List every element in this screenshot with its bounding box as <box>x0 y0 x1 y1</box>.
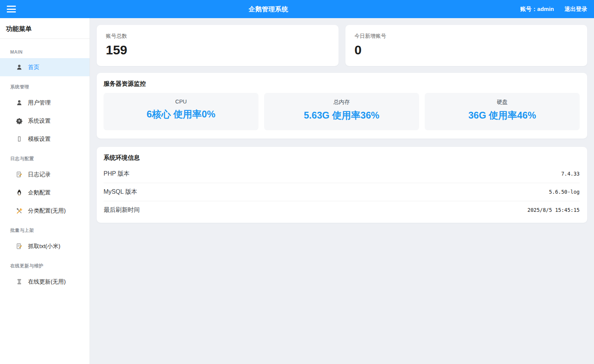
sidebar: 功能菜单 MAIN 首页 系统管理 用户管理 <box>0 18 90 364</box>
app-title: 企鹅管理系统 <box>17 5 520 14</box>
topbar: 企鹅管理系统 账号：admin 退出登录 <box>0 0 594 18</box>
bolt-icon <box>16 278 23 285</box>
topbar-right: 账号：admin 退出登录 <box>520 6 587 13</box>
sidebar-item-label: 分类配置(无用) <box>28 207 66 214</box>
sidebar-item-user-management[interactable]: 用户管理 <box>0 94 90 112</box>
sidebar-item-label: 用户管理 <box>28 99 51 106</box>
metric-value: 36G 使用率46% <box>427 109 577 122</box>
env-label: PHP 版本 <box>104 170 130 178</box>
metric-value: 6核心 使用率0% <box>106 108 256 120</box>
sidebar-item-label: 模板设置 <box>28 136 51 143</box>
sidebar-item-home[interactable]: 首页 <box>0 58 90 76</box>
sidebar-item-log-records[interactable]: 日志记录 <box>0 165 90 184</box>
metric-value: 5.63G 使用率36% <box>266 109 417 122</box>
logout-link[interactable]: 退出登录 <box>565 6 587 13</box>
sidebar-item-label: 日志记录 <box>28 171 51 178</box>
nav-section-system: 系统管理 用户管理 系统设置 模板设置 <box>0 80 90 148</box>
stat-card-total-accounts: 账号总数 159 <box>97 25 339 66</box>
gear-icon <box>16 117 23 124</box>
env-row-php: PHP 版本 7.4.33 <box>104 165 580 183</box>
nav-section-main: MAIN 首页 <box>0 46 90 76</box>
env-label: MySQL 版本 <box>104 188 137 196</box>
nav-section-label: MAIN <box>0 46 90 58</box>
sidebar-item-penguin-config[interactable]: 企鹅配置 <box>0 184 90 202</box>
nav-section-batch: 批量与上架 抓取txt(小米) <box>0 224 90 255</box>
nav-section-label: 批量与上架 <box>0 224 90 237</box>
env-value: 2025/8/5 15:45:15 <box>527 207 580 213</box>
nav-section-update: 在线更新与维护 在线更新(无用) <box>0 259 90 291</box>
sidebar-item-system-settings[interactable]: 系统设置 <box>0 112 90 130</box>
hamburger-icon <box>7 6 16 7</box>
main-content: 账号总数 159 今日新增账号 0 服务器资源监控 CPU 6核心 使用率0% … <box>90 18 594 364</box>
nav-section-label: 日志与配置 <box>0 152 90 165</box>
stat-label: 账号总数 <box>106 33 329 40</box>
metric-label: 总内存 <box>266 99 417 106</box>
metric-label: 硬盘 <box>427 99 577 106</box>
tools-icon <box>16 207 23 214</box>
person-icon <box>16 99 23 106</box>
environment-rows: PHP 版本 7.4.33 MySQL 版本 5.6.50-log 最后刷新时间… <box>104 165 580 219</box>
monitor-title: 服务器资源监控 <box>104 80 580 88</box>
env-label: 最后刷新时间 <box>104 206 140 214</box>
menu-toggle-button[interactable] <box>7 5 17 13</box>
env-value: 5.6.50-log <box>549 189 580 195</box>
stat-card-new-today: 今日新增账号 0 <box>345 25 587 66</box>
server-monitor-card: 服务器资源监控 CPU 6核心 使用率0% 总内存 5.63G 使用率36% 硬… <box>97 73 587 139</box>
sidebar-item-grab-txt[interactable]: 抓取txt(小米) <box>0 237 90 255</box>
env-value: 7.4.33 <box>561 171 580 177</box>
metric-disk: 硬盘 36G 使用率46% <box>425 93 580 130</box>
nav-section-logs: 日志与配置 日志记录 企鹅配置 分类配置 <box>0 152 90 220</box>
account-label: 账号：admin <box>520 6 554 13</box>
sidebar-title: 功能菜单 <box>0 18 90 39</box>
nav-section-label: 系统管理 <box>0 80 90 94</box>
person-icon <box>16 64 23 71</box>
stats-row: 账号总数 159 今日新增账号 0 <box>97 25 587 66</box>
sidebar-item-template-settings[interactable]: 模板设置 <box>0 130 90 148</box>
env-row-mysql: MySQL 版本 5.6.50-log <box>104 183 580 201</box>
sidebar-item-category-config[interactable]: 分类配置(无用) <box>0 202 90 220</box>
environment-card: 系统环境信息 PHP 版本 7.4.33 MySQL 版本 5.6.50-log… <box>97 147 587 223</box>
stat-value: 0 <box>354 42 578 58</box>
environment-title: 系统环境信息 <box>104 154 580 162</box>
metric-cpu: CPU 6核心 使用率0% <box>104 93 258 130</box>
memo-icon <box>16 243 23 250</box>
sidebar-item-online-update[interactable]: 在线更新(无用) <box>0 273 90 291</box>
sidebar-item-label: 抓取txt(小米) <box>28 243 60 250</box>
metric-row: CPU 6核心 使用率0% 总内存 5.63G 使用率36% 硬盘 36G 使用… <box>104 93 580 130</box>
penguin-icon <box>16 189 23 196</box>
sidebar-item-label: 在线更新(无用) <box>28 278 66 285</box>
stat-value: 159 <box>106 42 329 58</box>
metric-memory: 总内存 5.63G 使用率36% <box>264 93 419 130</box>
stat-label: 今日新增账号 <box>354 33 578 40</box>
sidebar-nav: MAIN 首页 系统管理 用户管理 <box>0 39 90 291</box>
tofu-icon <box>16 136 23 142</box>
sidebar-item-label: 首页 <box>28 64 39 71</box>
nav-section-label: 在线更新与维护 <box>0 259 90 273</box>
env-row-last-refresh: 最后刷新时间 2025/8/5 15:45:15 <box>104 201 580 219</box>
sidebar-item-label: 企鹅配置 <box>28 189 51 196</box>
sidebar-item-label: 系统设置 <box>28 117 51 125</box>
metric-label: CPU <box>106 99 256 105</box>
memo-icon <box>16 171 23 178</box>
